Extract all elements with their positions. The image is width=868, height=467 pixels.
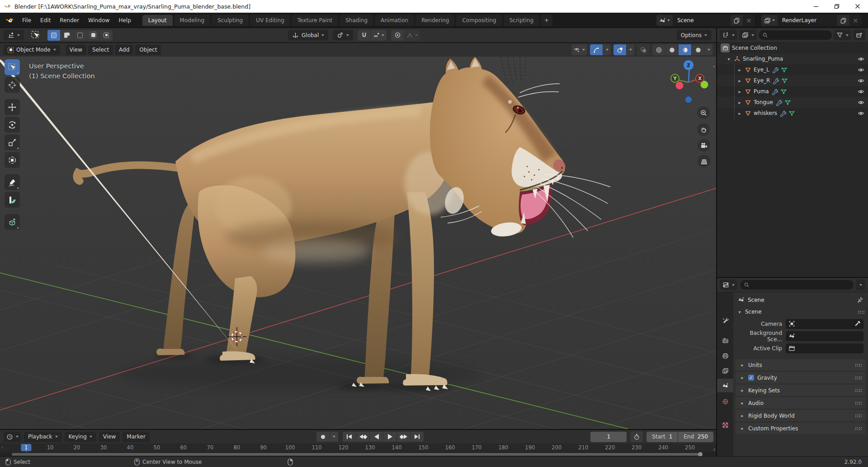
proportional-edit-toggle[interactable] — [391, 30, 404, 41]
hide-eye-icon[interactable] — [858, 110, 864, 117]
expand-arrow-icon[interactable]: ▸ — [737, 78, 742, 83]
panel-drag-dots[interactable] — [855, 401, 862, 405]
gizmo-minus-z-axis[interactable] — [685, 96, 692, 103]
outliner-row-child[interactable]: ▸ Eye_R — [717, 75, 868, 86]
panel-keying-sets[interactable]: ▸Keying Sets — [736, 385, 866, 396]
properties-search-input[interactable] — [740, 280, 854, 290]
panel-drag-dots[interactable] — [855, 427, 862, 430]
panel-rigid-body-world[interactable]: ▸Rigid Body World — [736, 410, 866, 421]
tab-layout[interactable]: Layout — [142, 15, 173, 26]
panel-units[interactable]: ▸Units — [736, 359, 866, 371]
gizmo-dropdown[interactable] — [603, 44, 611, 55]
keying-menu[interactable]: Keying — [65, 432, 96, 442]
tab-animation[interactable]: Animation — [375, 15, 414, 26]
timeline-editor-type-button[interactable] — [4, 432, 21, 442]
select-op-intersect[interactable] — [100, 30, 113, 41]
timeline-collapse-arrow[interactable]: ‹ — [713, 446, 715, 453]
object-visibility-dropdown[interactable] — [571, 44, 587, 55]
tab-compositing[interactable]: Compositing — [456, 15, 502, 26]
outliner-editor-type-button[interactable] — [720, 30, 737, 40]
outliner-row-child[interactable]: ▸ whiskers — [717, 108, 868, 119]
end-frame-field[interactable]: End250 — [678, 432, 713, 442]
tool-rotate[interactable] — [5, 117, 20, 133]
tool-scale[interactable] — [5, 134, 20, 150]
auto-keying-dropdown[interactable] — [330, 432, 338, 442]
panel-gravity[interactable]: ▸✓Gravity — [736, 372, 866, 383]
close-button[interactable] — [847, 0, 868, 13]
next-keyframe-button[interactable] — [397, 432, 410, 442]
show-overlays-toggle[interactable] — [613, 44, 626, 55]
auto-keying-button[interactable] — [316, 432, 330, 442]
properties-editor-type-button[interactable] — [720, 280, 737, 290]
tool-annotate[interactable] — [5, 174, 20, 190]
outliner-row-scene-collection[interactable]: Scene Collection — [717, 43, 868, 53]
show-gizmo-toggle[interactable] — [590, 44, 603, 55]
panel-drag-dots[interactable] — [855, 414, 862, 417]
expand-arrow-icon[interactable]: ▸ — [737, 100, 742, 105]
select-op-subtract[interactable] — [74, 30, 86, 41]
outliner-row-parent[interactable]: ▾ Snarling_Puma — [717, 53, 868, 64]
tool-measure[interactable] — [5, 192, 20, 208]
pivot-point-dropdown[interactable] — [333, 30, 353, 40]
menu-file[interactable]: File — [18, 15, 35, 25]
minimize-button[interactable] — [806, 0, 826, 13]
hide-eye-icon[interactable] — [858, 88, 864, 95]
blender-menu-icon[interactable] — [5, 16, 14, 24]
select-op-set[interactable] — [47, 30, 60, 41]
xray-toggle[interactable] — [637, 44, 650, 55]
options-dropdown[interactable]: Options — [677, 30, 711, 40]
transform-orientation-dropdown[interactable]: Global — [288, 30, 328, 40]
new-scene-button[interactable] — [731, 15, 743, 26]
shading-wireframe-button[interactable] — [652, 44, 665, 55]
remove-view-layer-button[interactable] — [849, 15, 862, 26]
jump-to-start-button[interactable] — [343, 432, 356, 442]
start-frame-field[interactable]: Start1 — [646, 432, 678, 442]
tab-uv-editing[interactable]: UV Editing — [250, 15, 290, 26]
camera-view-button[interactable] — [698, 139, 710, 152]
shading-rendered-button[interactable] — [692, 44, 704, 55]
mode-dropdown[interactable]: Object Mode — [4, 45, 60, 55]
outliner-filter-button[interactable] — [834, 30, 851, 40]
tab-shading[interactable]: Shading — [340, 15, 373, 26]
play-reverse-button[interactable] — [370, 432, 383, 442]
viewport-canvas[interactable]: User Perspective (1) Scene Collection — [0, 57, 716, 429]
tool-transform[interactable] — [5, 152, 20, 168]
jump-to-end-button[interactable] — [410, 432, 424, 442]
view-layer-name[interactable]: RenderLayer — [778, 15, 837, 26]
pan-view-button[interactable] — [697, 123, 710, 136]
shading-material-button[interactable] — [679, 44, 691, 55]
viewport-menu-add[interactable]: Add — [115, 45, 133, 55]
play-button[interactable] — [383, 432, 396, 442]
zoom-view-button[interactable] — [697, 106, 710, 119]
tab-rendering[interactable]: Rendering — [415, 15, 455, 26]
editor-type-3dview-button[interactable] — [4, 30, 24, 40]
gravity-checkbox[interactable]: ✓ — [748, 375, 754, 381]
eyedropper-icon[interactable] — [854, 320, 861, 327]
current-frame-badge[interactable]: 1 — [21, 444, 31, 451]
hide-eye-icon[interactable] — [858, 67, 864, 73]
playback-menu[interactable]: Playback — [24, 432, 62, 442]
hide-eye-icon[interactable] — [858, 56, 864, 62]
tool-cursor[interactable] — [5, 77, 20, 93]
timeline-expand-arrow[interactable]: › — [1, 445, 3, 450]
panel-audio[interactable]: ▸Audio — [736, 397, 866, 409]
select-op-invert[interactable] — [87, 30, 99, 41]
scrollbar-thumb[interactable] — [12, 453, 702, 456]
active-clip-field[interactable] — [786, 343, 863, 353]
timeline-view-menu[interactable]: View — [99, 432, 120, 442]
gizmo-y-axis[interactable]: Y — [670, 74, 679, 83]
new-view-layer-button[interactable] — [837, 15, 849, 26]
add-workspace-button[interactable]: + — [541, 15, 552, 26]
hide-eye-icon[interactable] — [858, 77, 864, 84]
pin-icon[interactable] — [857, 296, 863, 303]
menu-edit[interactable]: Edit — [36, 15, 55, 25]
collapse-arrow-icon[interactable]: ▾ — [726, 57, 731, 62]
gizmo-x-axis[interactable]: X — [695, 74, 704, 83]
current-frame-field[interactable]: 1 — [590, 432, 627, 442]
outliner-row-child[interactable]: ▸ Eye_L — [717, 64, 868, 75]
use-preview-range-button[interactable] — [630, 431, 643, 442]
restore-button[interactable] — [826, 0, 847, 13]
new-collection-button[interactable] — [853, 30, 865, 40]
outliner-search-input[interactable] — [759, 30, 832, 40]
sidebar-collapse-arrow[interactable]: ‹ — [713, 63, 715, 70]
